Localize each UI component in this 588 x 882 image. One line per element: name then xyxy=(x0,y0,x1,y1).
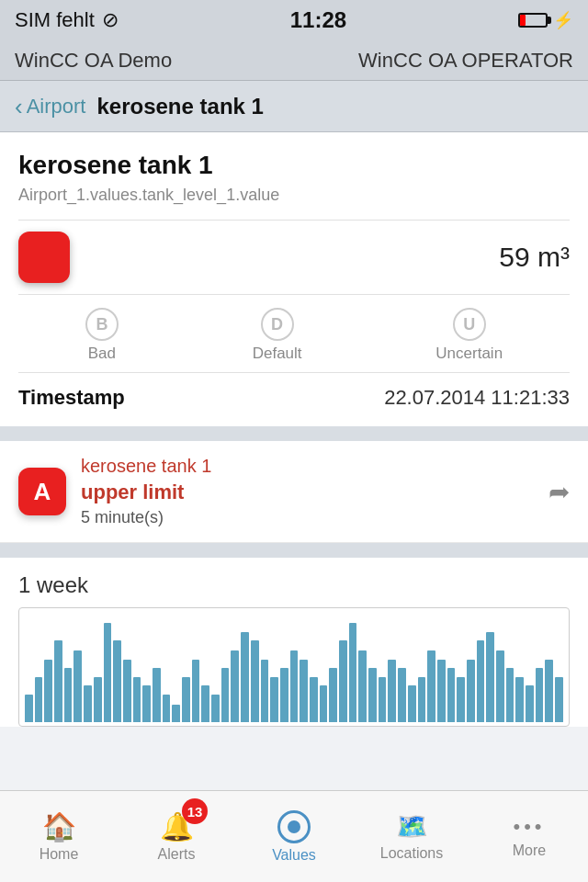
chart-bar xyxy=(515,677,524,722)
tab-bar: 🏠 Home 🔔 13 Alerts Values 🗺️ Locations •… xyxy=(0,790,588,882)
tank-value: 59 m³ xyxy=(499,242,570,273)
chart-bar xyxy=(74,650,82,722)
alert-text: kerosene tank 1 upper limit 5 minute(s) xyxy=(81,456,534,527)
status-indicator xyxy=(18,232,70,283)
home-icon: 🏠 xyxy=(42,810,76,842)
tank-path: Airport_1.values.tank_level_1.value xyxy=(18,186,570,205)
back-button[interactable]: ‹ Airport xyxy=(15,95,85,119)
chart-bar xyxy=(241,632,249,722)
chart-bar xyxy=(418,677,426,722)
chart-bar xyxy=(310,677,318,722)
chart-bar xyxy=(153,668,161,722)
chart-bar xyxy=(44,660,52,722)
chart-bar xyxy=(192,660,200,722)
chart-bar xyxy=(545,660,553,722)
badge-uncertain-circle: U xyxy=(453,308,486,341)
tab-home[interactable]: 🏠 Home xyxy=(0,791,118,882)
chart-bar xyxy=(142,685,151,722)
value-row: 59 m³ xyxy=(18,220,570,294)
alert-tank-name: kerosene tank 1 xyxy=(81,456,534,477)
alert-icon: A xyxy=(18,468,66,515)
chart-bar xyxy=(486,632,494,722)
status-bar: SIM fehlt ⊘ 11:28 ⚡ xyxy=(0,0,588,40)
chart-bar xyxy=(270,677,278,722)
values-radio-inner xyxy=(288,820,300,833)
more-dots-icon: ••• xyxy=(513,815,545,839)
chart-bar xyxy=(368,668,377,722)
timestamp-row: Timestamp 22.07.2014 11:21:33 xyxy=(18,372,570,426)
chart-bar xyxy=(201,685,209,722)
chart-bar xyxy=(84,685,92,722)
chart-bar xyxy=(398,668,406,722)
chart-bar xyxy=(427,650,435,722)
chart-bar xyxy=(35,677,43,722)
chart-bar xyxy=(64,668,73,722)
badge-default-label: Default xyxy=(253,345,302,363)
app-title-right: WinCC OA OPERATOR xyxy=(358,49,573,73)
chart-bar xyxy=(133,677,141,722)
charging-icon: ⚡ xyxy=(553,10,573,30)
chart-bar xyxy=(447,668,456,722)
chart-bar xyxy=(221,668,230,722)
chart-bar xyxy=(123,660,131,722)
chart-bar xyxy=(280,668,288,722)
tank-name: kerosene tank 1 xyxy=(18,151,570,180)
chart-bar xyxy=(349,623,357,722)
chart-period: 1 week xyxy=(18,572,570,598)
chart-bar xyxy=(526,685,534,722)
back-label: Airport xyxy=(27,95,86,119)
time-display: 11:28 xyxy=(290,7,346,33)
alert-type: upper limit xyxy=(81,481,534,504)
tab-locations-label: Locations xyxy=(380,845,444,862)
badge-uncertain-label: Uncertain xyxy=(435,345,503,363)
map-icon: 🗺️ xyxy=(396,811,428,842)
chart-bar xyxy=(358,650,367,722)
section-divider-1 xyxy=(0,426,588,441)
chart-bar xyxy=(555,677,563,722)
badge-default: D Default xyxy=(253,308,302,363)
tab-values-label: Values xyxy=(272,847,316,864)
chart-bar xyxy=(300,660,308,722)
carrier-label: SIM fehlt xyxy=(15,8,95,32)
chart-bar xyxy=(251,640,259,722)
chart-bar xyxy=(457,677,465,722)
badge-bad: B Bad xyxy=(85,308,119,363)
alerts-badge: 13 xyxy=(182,798,208,824)
chart-bar xyxy=(408,685,416,722)
tab-more-label: More xyxy=(513,842,546,859)
chart-bar xyxy=(182,677,190,722)
tab-home-label: Home xyxy=(40,846,79,863)
chart-bar xyxy=(231,650,239,722)
values-radio-icon xyxy=(277,810,311,843)
timestamp-label: Timestamp xyxy=(18,386,125,410)
chart-bar xyxy=(339,640,347,722)
chart-bar xyxy=(290,650,299,722)
chart-bar xyxy=(379,677,387,722)
chart-bar xyxy=(172,705,180,722)
tab-more[interactable]: ••• More xyxy=(470,791,588,882)
badge-bad-label: Bad xyxy=(88,345,116,363)
badge-bad-circle: B xyxy=(85,308,119,341)
chart-bar xyxy=(437,660,446,722)
tab-values[interactable]: Values xyxy=(235,791,353,882)
battery-icon xyxy=(518,13,548,28)
tab-locations[interactable]: 🗺️ Locations xyxy=(353,791,470,882)
chart-container[interactable] xyxy=(18,607,570,727)
tab-alerts-label: Alerts xyxy=(158,846,196,863)
chart-bar xyxy=(477,640,485,722)
chart-bar xyxy=(54,640,62,722)
nav-title: kerosene tank 1 xyxy=(96,94,263,119)
alert-navigate-icon[interactable]: ➦ xyxy=(548,477,570,507)
chart-bar xyxy=(506,668,514,722)
tab-alerts[interactable]: 🔔 13 Alerts xyxy=(118,791,235,882)
badge-uncertain: U Uncertain xyxy=(435,308,503,363)
chart-section: 1 week xyxy=(0,558,588,727)
chart-bar xyxy=(496,650,504,722)
timestamp-value: 22.07.2014 11:21:33 xyxy=(384,386,570,410)
back-chevron-icon: ‹ xyxy=(15,95,23,119)
section-divider-2 xyxy=(0,543,588,558)
chart-bar xyxy=(329,668,337,722)
quality-badges: B Bad D Default U Uncertain xyxy=(18,294,570,372)
chart-bar xyxy=(320,685,328,722)
nav-header: ‹ Airport kerosene tank 1 xyxy=(0,81,588,132)
